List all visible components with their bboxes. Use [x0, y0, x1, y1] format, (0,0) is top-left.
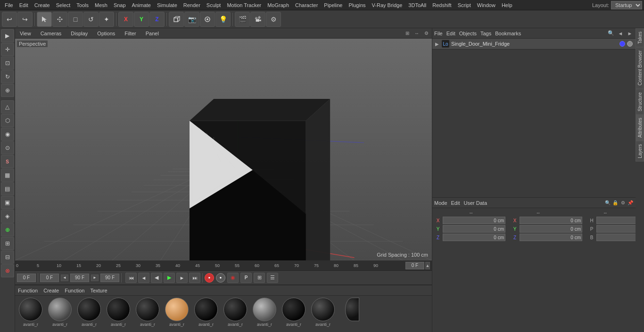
menu-plugins[interactable]: Plugins — [346, 1, 368, 9]
vp-tab-cameras[interactable]: Cameras — [38, 30, 65, 37]
render-button[interactable] — [200, 12, 215, 27]
tool-group4[interactable]: ◈ — [1, 210, 14, 223]
material-item-5[interactable]: avanti_r — [163, 298, 190, 327]
play-back-button[interactable]: ◀ — [151, 273, 162, 283]
vp-settings-button[interactable]: ⚙ — [422, 30, 430, 37]
material-item-9[interactable]: avanti_r — [280, 298, 307, 327]
menu-render[interactable]: Render — [181, 1, 203, 9]
material-item-4[interactable]: avanti_r — [134, 298, 161, 327]
object-render-dot[interactable] — [627, 41, 633, 47]
rt-edit-tab[interactable]: Edit — [446, 31, 455, 36]
timeline-view-button[interactable]: ☰ — [267, 273, 278, 283]
layers-tab[interactable]: Layers — [636, 141, 644, 162]
rot-b-input[interactable] — [596, 234, 636, 241]
p-button[interactable]: P — [240, 273, 252, 283]
menu-character[interactable]: Character — [292, 1, 321, 9]
mat-menu-create[interactable]: Create — [43, 288, 59, 293]
tool-snap[interactable] — [1, 97, 14, 100]
frame-up-button[interactable]: ▲ — [425, 262, 430, 269]
redo-button[interactable]: ↪ — [17, 12, 33, 27]
step-back-button[interactable]: ◄ — [138, 273, 149, 283]
menu-mograph[interactable]: MoGraph — [264, 1, 292, 9]
attr-pin-icon[interactable]: 📌 — [627, 200, 634, 206]
attr-settings-icon[interactable]: ⚙ — [619, 200, 626, 206]
preview-end-btn[interactable]: ► — [91, 275, 99, 281]
render-view-button[interactable]: 🎬 — [235, 12, 250, 27]
material-item-8[interactable]: avanti_r — [251, 298, 278, 327]
attr-edit-tab[interactable]: Edit — [451, 200, 460, 206]
menu-animate[interactable]: Animate — [129, 1, 154, 9]
rot-p-input[interactable] — [596, 225, 636, 233]
attributes-tab[interactable]: Attributes — [636, 114, 644, 141]
layout-select[interactable]: Startup — [611, 1, 642, 9]
scale-tool-button[interactable]: □ — [68, 12, 83, 27]
pos-y-input[interactable] — [443, 225, 505, 233]
vp-tab-display[interactable]: Display — [68, 30, 91, 37]
takes-tab[interactable]: Takes — [636, 28, 644, 47]
tool-group6[interactable]: ⊞ — [1, 237, 14, 250]
tool-live[interactable]: ⊙ — [1, 141, 14, 154]
render-settings-button[interactable]: ⚙ — [266, 12, 281, 27]
rt-objects-tab[interactable]: Objects — [459, 31, 477, 36]
vp-tab-view[interactable]: View — [17, 30, 34, 37]
tool-point[interactable]: ◉ — [1, 128, 14, 141]
attr-search-icon[interactable]: 🔍 — [604, 200, 611, 206]
menu-select[interactable]: Select — [53, 1, 74, 9]
material-item-1[interactable]: avanti_r — [46, 298, 74, 327]
menu-edit[interactable]: Edit — [17, 1, 31, 9]
render-active-button[interactable]: 📽 — [250, 12, 265, 27]
menu-3dtoall[interactable]: 3DToAll — [405, 1, 429, 9]
material-item-0[interactable]: avanti_r — [17, 298, 44, 327]
tool-group8[interactable]: ⊗ — [1, 264, 14, 277]
menu-motion-tracker[interactable]: Motion Tracker — [224, 1, 264, 9]
go-end-button[interactable]: ⏭ — [189, 273, 200, 283]
search-icon[interactable]: 🔍 — [607, 30, 615, 37]
material-item-7[interactable]: avanti_r — [222, 298, 249, 327]
content-browser-tab[interactable]: Content Browser — [636, 47, 644, 89]
x-axis-button[interactable]: X — [118, 12, 133, 27]
mat-menu-function2[interactable]: Function — [65, 288, 84, 293]
tool-poly[interactable]: △ — [1, 100, 14, 113]
tool-s[interactable]: S — [1, 155, 14, 168]
timeline-ruler[interactable]: 0 5 10 15 20 25 30 35 40 45 50 55 60 65 … — [15, 260, 432, 271]
go-start-button[interactable]: ⏮ — [125, 273, 137, 283]
menu-tools[interactable]: Tools — [74, 1, 91, 9]
size-z-input[interactable] — [520, 234, 582, 241]
viewport-3d[interactable]: Perspective — [15, 39, 432, 260]
attr-mode-tab[interactable]: Mode — [434, 200, 447, 206]
mat-menu-texture[interactable]: Texture — [90, 288, 107, 293]
vp-arrow-button[interactable]: ↔ — [413, 30, 421, 37]
start-frame-input[interactable] — [17, 274, 36, 282]
preview-start-btn[interactable]: ◄ — [61, 275, 68, 281]
tool-group5[interactable]: ⊕ — [1, 223, 14, 236]
tool-rotate[interactable]: ↻ — [1, 70, 14, 83]
menu-help[interactable]: Help — [499, 1, 515, 9]
tool-move[interactable]: ✛ — [1, 43, 14, 56]
keyframe-button[interactable]: ⊞ — [254, 273, 265, 283]
material-item-partial[interactable] — [339, 298, 366, 321]
menu-sculpt[interactable]: Sculpt — [204, 1, 224, 9]
rot-h-input[interactable] — [596, 217, 636, 224]
tool-scale[interactable]: ⊡ — [1, 57, 14, 70]
menu-pipeline[interactable]: Pipeline — [321, 1, 345, 9]
next-button[interactable]: ► — [626, 30, 634, 37]
material-item-10[interactable]: avanti_r — [309, 298, 337, 327]
end-frame-input[interactable] — [100, 274, 119, 282]
tool-group3[interactable]: ▣ — [1, 196, 14, 209]
material-item-3[interactable]: avanti_r — [105, 298, 132, 327]
attr-lock-icon[interactable]: 🔒 — [612, 200, 619, 206]
tool-group2[interactable]: ▤ — [1, 182, 14, 195]
tool-group7[interactable]: ⊟ — [1, 251, 14, 264]
object-row-fridge[interactable]: ▶ Lo Single_Door_Mini_Fridge — [432, 39, 636, 49]
current-frame-input[interactable] — [405, 262, 424, 269]
record-button[interactable]: ● — [205, 273, 214, 283]
attr-userdata-tab[interactable]: User Data — [464, 200, 487, 206]
menu-window[interactable]: Window — [474, 1, 498, 9]
vp-tab-panel[interactable]: Panel — [143, 30, 162, 37]
menu-script[interactable]: Script — [455, 1, 474, 9]
cube-button[interactable] — [169, 12, 184, 27]
prev-button[interactable]: ◄ — [617, 30, 624, 37]
size-x-input[interactable] — [520, 217, 582, 224]
record2-button[interactable]: ● — [216, 273, 225, 283]
pos-z-input[interactable] — [443, 234, 505, 241]
